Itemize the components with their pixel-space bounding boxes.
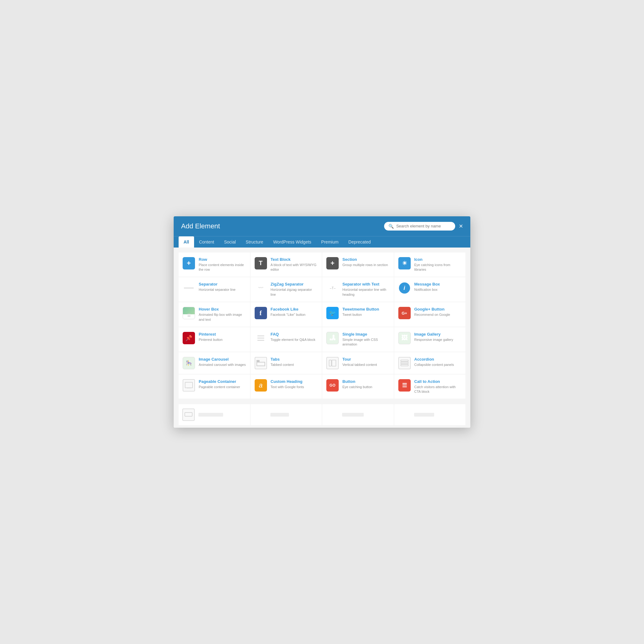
element-hover-box[interactable]: Hover Box Animated flip box with image a…: [179, 302, 250, 327]
element-message-box[interactable]: i Message Box Notification box: [394, 277, 466, 302]
element-desc: Tabbed content: [271, 362, 294, 367]
element-desc: Eye catching icons from libraries: [414, 263, 462, 272]
tab-all[interactable]: All: [179, 236, 194, 248]
element-section[interactable]: + Section Group multiple rows in section: [322, 252, 394, 277]
element-desc: Pinterest button: [199, 337, 222, 342]
element-name: Hover Box: [199, 307, 246, 311]
search-icon: 🔍: [388, 224, 394, 229]
modal-title: Add Element: [181, 222, 220, 230]
carousel-icon: 🎠: [183, 357, 195, 369]
element-name: Google+ Button: [414, 307, 450, 311]
partial-element-1[interactable]: [179, 404, 250, 425]
element-tweetmeme[interactable]: 🐦 Tweetmeme Button Tweet button: [322, 302, 394, 327]
partial-icon-1: [182, 409, 195, 421]
svg-rect-9: [185, 413, 192, 416]
tab-structure[interactable]: Structure: [241, 236, 268, 248]
faq-icon: [255, 332, 267, 344]
element-desc: Facebook "Like" button: [271, 312, 306, 317]
element-gplus[interactable]: G+ Google+ Button Recommend on Google: [394, 302, 466, 327]
element-desc: Animated flip box with image and text: [199, 312, 246, 322]
element-image-gallery[interactable]: 🖼 Image Gallery Responsive image gallery: [394, 327, 466, 352]
element-desc: Eye catching button: [342, 385, 372, 389]
search-box[interactable]: 🔍: [384, 222, 455, 231]
element-name: Section: [342, 257, 388, 262]
element-separator[interactable]: Separator Horizontal separator line: [179, 277, 250, 302]
element-pageable[interactable]: Pageable Container Pageable content cont…: [179, 375, 250, 399]
tab-wordpress-widgets[interactable]: WordPress Widgets: [268, 236, 316, 248]
element-icon[interactable]: ☀ Icon Eye catching icons from libraries: [394, 252, 466, 277]
element-custom-heading[interactable]: a Custom Heading Text with Google fonts: [251, 375, 322, 399]
hover-box-icon: [183, 307, 195, 319]
element-name: Tour: [342, 357, 377, 362]
element-pinterest[interactable]: 📌 Pinterest Pinterest button: [179, 327, 250, 352]
element-accordion[interactable]: Accordion Collapsible content panels: [394, 352, 466, 374]
heading-icon: a: [255, 379, 267, 392]
single-image-icon: 🏞: [326, 332, 339, 344]
element-name: Separator: [199, 282, 235, 286]
header-right: 🔍 ×: [384, 222, 463, 231]
row-icon: +: [183, 257, 195, 269]
svg-rect-0: [329, 360, 331, 366]
element-name: Text Block: [271, 257, 318, 262]
element-image-carousel[interactable]: 🎠 Image Carousel Animated carousel with …: [179, 352, 250, 374]
element-desc: Vertical tabbed content: [342, 362, 377, 367]
element-desc: Animated carousel with images: [199, 362, 246, 367]
tab-social[interactable]: Social: [219, 236, 241, 248]
separator-icon: [183, 282, 195, 294]
facebook-icon: f: [255, 307, 267, 319]
pageable-icon: [183, 379, 195, 392]
svg-rect-4: [401, 364, 408, 366]
svg-rect-3: [401, 362, 408, 364]
zigzag-icon: 〰: [255, 282, 267, 294]
add-element-modal: Add Element 🔍 × All Content Social Struc…: [174, 216, 470, 428]
element-name: Message Box: [414, 282, 440, 286]
tab-content[interactable]: Content: [194, 236, 219, 248]
text-block-icon: T: [255, 257, 267, 269]
partial-element-2[interactable]: [251, 404, 322, 425]
element-desc: Catch visitors attention with CTA block: [414, 385, 462, 394]
tab-premium[interactable]: Premium: [316, 236, 343, 248]
svg-rect-1: [332, 360, 336, 366]
element-cta[interactable]: ☰ Call to Action Catch visitors attentio…: [394, 375, 466, 399]
tabs-icon: [255, 357, 267, 369]
element-button[interactable]: GO Button Eye catching button: [322, 375, 394, 399]
element-desc: Collapsible content panels: [414, 362, 454, 367]
element-row[interactable]: + Row Place content elements inside the …: [179, 252, 250, 277]
element-separator-text[interactable]: – T – Separator with Text Horizontal sep…: [322, 277, 394, 302]
element-facebook-like[interactable]: f Facebook Like Facebook "Like" button: [251, 302, 322, 327]
element-faq[interactable]: FAQ Toggle element for Q&A block: [251, 327, 322, 352]
element-desc: Recommend on Google: [414, 312, 450, 317]
element-single-image[interactable]: 🏞 Single Image Simple image with CSS ani…: [322, 327, 394, 352]
elements-grid: + Row Place content elements inside the …: [174, 248, 470, 404]
bottom-partial-row: [174, 404, 470, 428]
button-icon: GO: [326, 379, 339, 392]
icon-element-icon: ☀: [398, 257, 411, 269]
separator-text-icon: – T –: [326, 282, 339, 294]
element-name: Call to Action: [414, 379, 462, 384]
svg-point-6: [187, 388, 188, 388]
close-button[interactable]: ×: [459, 223, 463, 230]
element-tabs[interactable]: Tabs Tabbed content: [251, 352, 322, 374]
element-text-block[interactable]: T Text Block A block of text with WYSIWY…: [251, 252, 322, 277]
partial-element-4[interactable]: [394, 404, 466, 425]
element-name: Row: [199, 257, 246, 262]
accordion-icon: [398, 357, 411, 369]
element-zigzag[interactable]: 〰 ZigZag Separator Horizontal zigzag sep…: [251, 277, 322, 302]
svg-rect-2: [401, 360, 408, 362]
element-name: Accordion: [414, 357, 454, 362]
element-desc: Responsive image gallery: [414, 337, 453, 342]
element-name: Separator with Text: [342, 282, 390, 286]
element-name: ZigZag Separator: [271, 282, 318, 286]
element-name: Button: [342, 379, 372, 384]
element-desc: Pageable content container: [199, 385, 240, 389]
element-tour[interactable]: Tour Vertical tabbed content: [322, 352, 394, 374]
search-input[interactable]: [396, 224, 451, 228]
element-name: Tweetmeme Button: [342, 307, 379, 311]
element-name: Pinterest: [199, 332, 222, 337]
element-name: Image Gallery: [414, 332, 453, 337]
svg-point-7: [189, 388, 189, 388]
image-gallery-icon: 🖼: [398, 332, 411, 344]
element-name: Icon: [414, 257, 462, 262]
tab-deprecated[interactable]: Deprecated: [343, 236, 375, 248]
partial-element-3[interactable]: [322, 404, 394, 425]
